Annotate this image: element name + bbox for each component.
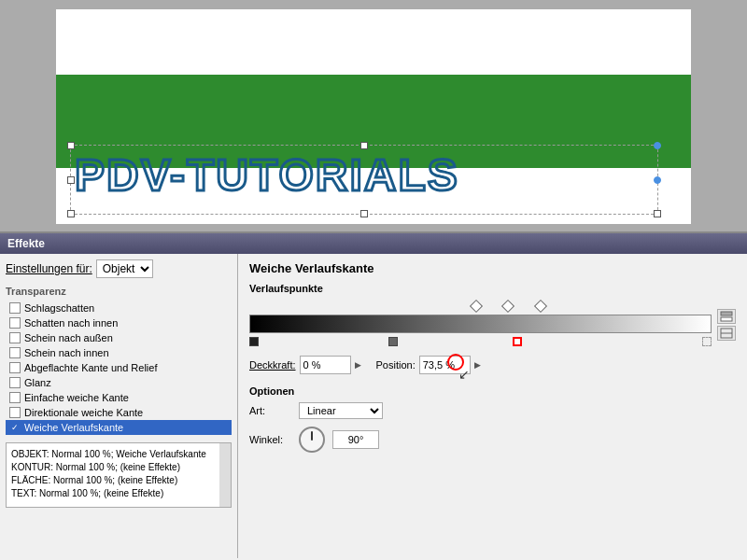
deckkraft-arrow[interactable]: ▶ xyxy=(355,360,361,370)
dialog-titlebar: Effekte xyxy=(0,233,747,254)
effects-list: Schlagschatten Schatten nach innen Schei… xyxy=(6,301,232,435)
handle-tl xyxy=(67,142,75,149)
gradient-icons xyxy=(717,309,736,341)
effect-schatten-innen[interactable]: Schatten nach innen xyxy=(6,315,232,330)
info-scrollbar[interactable] xyxy=(219,443,231,507)
art-label: Art: xyxy=(249,405,291,416)
settings-select[interactable]: Objekt xyxy=(96,259,153,278)
cb-schlagschatten[interactable] xyxy=(9,302,21,314)
bottom-handle-mid[interactable] xyxy=(388,337,398,346)
top-handle-2[interactable] xyxy=(501,300,514,313)
handle-tr xyxy=(654,142,661,149)
cb-schein-innen[interactable] xyxy=(9,347,21,358)
winkel-row: Winkel: xyxy=(249,427,736,453)
label-direktionale-weiche: Direktionale weiche Kante xyxy=(24,407,143,418)
cb-weiche-verlaufskante[interactable] xyxy=(9,422,21,433)
angle-input[interactable] xyxy=(332,430,379,449)
section-title: Weiche Verlaufskante xyxy=(249,261,736,275)
bottom-handle-right[interactable] xyxy=(702,337,712,346)
effects-info-text: OBJEKT: Normal 100 %; Weiche Verlaufskan… xyxy=(9,446,228,502)
effect-glanz[interactable]: Glanz xyxy=(6,375,232,390)
svg-rect-1 xyxy=(721,317,732,321)
bottom-handle-black[interactable] xyxy=(249,337,259,346)
effect-abgeflachte[interactable]: Abgeflachte Kante und Relief xyxy=(6,360,232,375)
label-abgeflachte: Abgeflachte Kante und Relief xyxy=(24,362,158,373)
art-row: Art: Linear xyxy=(249,402,736,419)
effect-direktionale-weiche[interactable]: Direktionale weiche Kante xyxy=(6,405,232,420)
top-handle-1[interactable] xyxy=(470,300,483,313)
deckkraft-label: Deckkraft: xyxy=(249,359,296,371)
handle-bm xyxy=(360,210,368,217)
angle-dial[interactable] xyxy=(299,427,325,453)
text-selection-box xyxy=(70,145,658,215)
label-weiche-verlaufskante: Weiche Verlaufskante xyxy=(24,422,123,433)
position-arrow[interactable]: ▶ xyxy=(474,360,481,370)
effect-schein-aussen[interactable]: Schein nach außen xyxy=(6,330,232,345)
deckkraft-input[interactable] xyxy=(300,356,351,374)
effect-schlagschatten[interactable]: Schlagschatten xyxy=(6,301,232,315)
gradient-strip[interactable] xyxy=(249,315,712,333)
cb-schatten-innen[interactable] xyxy=(9,317,21,329)
left-panel: Einstellungen für: Objekt Transparenz Sc… xyxy=(0,254,238,558)
effect-einfache-weiche[interactable]: Einfache weiche Kante xyxy=(6,390,232,405)
options-section: Optionen Art: Linear Winkel: xyxy=(249,385,736,453)
canvas-area: PDV-Tutorials xyxy=(0,0,747,231)
handle-ml xyxy=(67,176,75,184)
settings-row: Einstellungen für: Objekt xyxy=(6,259,232,278)
cb-direktionale-weiche[interactable] xyxy=(9,407,21,418)
effect-weiche-verlaufskante[interactable]: Weiche Verlaufskante xyxy=(6,420,232,435)
dialog-title: Effekte xyxy=(7,237,45,250)
handle-tm xyxy=(360,142,368,149)
label-schatten-innen: Schatten nach innen xyxy=(24,317,118,329)
gradient-icon-top[interactable] xyxy=(717,309,736,324)
label-einfache-weiche: Einfache weiche Kante xyxy=(24,392,129,403)
label-glanz: Glanz xyxy=(24,377,51,388)
cb-glanz[interactable] xyxy=(9,377,21,388)
effects-dialog: Effekte Einstellungen für: Objekt Transp… xyxy=(0,231,747,560)
settings-label: Einstellungen für: xyxy=(6,262,92,275)
svg-rect-0 xyxy=(721,312,732,315)
winkel-label: Winkel: xyxy=(249,434,291,445)
cb-abgeflachte[interactable] xyxy=(9,362,21,373)
bottom-handle-selected[interactable] xyxy=(513,337,522,346)
dialog-content: Einstellungen für: Objekt Transparenz Sc… xyxy=(0,254,747,558)
options-label: Optionen xyxy=(249,385,736,397)
right-panel: Weiche Verlaufskante Verlaufspunkte xyxy=(238,254,747,558)
position-label: Position: xyxy=(376,359,416,371)
effect-schein-innen[interactable]: Schein nach innen xyxy=(6,345,232,360)
label-schein-aussen: Schein nach außen xyxy=(24,332,113,343)
label-schein-innen: Schein nach innen xyxy=(24,347,109,358)
gradient-icon-bottom[interactable] xyxy=(717,326,736,341)
handle-bl xyxy=(67,210,75,217)
art-select[interactable]: Linear xyxy=(299,402,383,419)
position-input[interactable] xyxy=(419,356,471,374)
verlaufspunkte-section: Verlaufspunkte xyxy=(249,283,736,374)
gradient-strip-container xyxy=(249,300,736,350)
deckkraft-group: Deckkraft: ▶ xyxy=(249,356,361,374)
fields-row: Deckkraft: ▶ Position: ▶ xyxy=(249,356,736,374)
handle-mr xyxy=(654,176,661,184)
cb-schein-aussen[interactable] xyxy=(9,332,21,343)
transparency-category: Transparenz xyxy=(6,286,232,297)
verlaufspunkte-label: Verlaufspunkte xyxy=(249,283,736,294)
cb-einfache-weiche[interactable] xyxy=(9,392,21,403)
position-group: Position: ▶ xyxy=(376,356,481,374)
effects-info-box: OBJEKT: Normal 100 %; Weiche Verlaufskan… xyxy=(6,442,232,508)
gradient-strip-wrapper xyxy=(249,300,712,350)
top-handle-3[interactable] xyxy=(534,300,547,313)
label-schlagschatten: Schlagschatten xyxy=(24,302,94,314)
handle-br xyxy=(654,210,661,217)
